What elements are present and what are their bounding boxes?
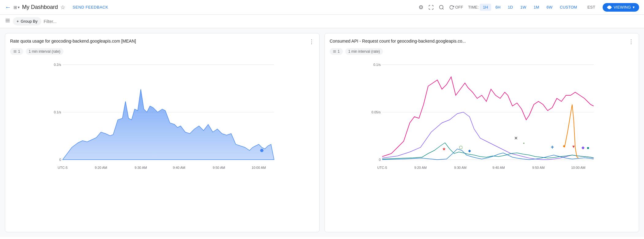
chart-card-2: Consumed API - Request count for geocodi… <box>324 33 639 232</box>
viewing-label: VIEWING <box>614 5 631 9</box>
chart-svg-1: 0.2/s 0.1/s 0 UTC-5 9:20 AM 9:30 AM <box>10 59 314 175</box>
header: ← ⊞ ▾ My Dashboard ☆ SEND FEEDBACK ⚙ OFF <box>0 0 644 15</box>
page-title: My Dashboard <box>22 4 58 10</box>
time-1w-button[interactable]: 1W <box>517 4 529 11</box>
time-1h-button[interactable]: 1H <box>480 4 491 11</box>
time-section: TIME: 1H 6H 1D 1W 1M 6W CUSTOM <box>468 4 580 11</box>
filter-count-2: 1 <box>338 49 340 54</box>
marker-hex: ⬡ <box>459 145 463 150</box>
marker-diamond-purple: ◆ <box>581 145 585 150</box>
chart-title-1: Rate quota usage for geocoding-backend.g… <box>10 38 136 44</box>
time-custom-button[interactable]: CUSTOM <box>557 4 580 11</box>
filter-badge-1[interactable]: 1 <box>10 48 23 55</box>
chart-area-2: 0.1/s 0.05/s 0 ★ ⬡ ◆ <box>330 59 634 175</box>
marker-square-orange: ■ <box>563 144 565 148</box>
more-menu-icon-2[interactable]: ⋮ <box>628 38 634 45</box>
marker-plus: + <box>551 144 554 150</box>
x-label-c1: 9:20 AM <box>414 166 426 169</box>
settings-icon[interactable]: ⚙ <box>419 4 423 11</box>
chart-header-1: Rate quota usage for geocoding-backend.g… <box>10 38 314 45</box>
timezone-button[interactable]: EST <box>585 4 597 11</box>
y-label-min-1: 0 <box>59 158 61 161</box>
refresh-label: OFF <box>455 5 463 9</box>
viewing-dropdown-icon: ▾ <box>633 5 635 9</box>
grid-icon: ⊞ <box>13 5 17 10</box>
time-1m-button[interactable]: 1M <box>531 4 542 11</box>
svg-point-1 <box>609 7 610 8</box>
marker-square: ▪ <box>523 141 525 145</box>
x-label-3: 9:40 AM <box>173 166 185 169</box>
back-button[interactable]: ← <box>5 4 11 11</box>
y-label-mid-2: 0.05/s <box>372 110 381 114</box>
interval-badge-1: 1 min interval (rate) <box>26 48 63 55</box>
send-feedback-button[interactable]: SEND FEEDBACK <box>73 5 108 9</box>
main-content: Rate quota usage for geocoding-backend.g… <box>0 28 644 237</box>
svg-point-0 <box>439 5 443 9</box>
group-by-button[interactable]: + Group By <box>13 17 41 25</box>
interval-label-2: 1 min interval (rate) <box>348 49 380 54</box>
fullscreen-icon[interactable] <box>428 5 434 10</box>
x-label-1: 9:20 AM <box>95 166 107 169</box>
x-label-c4: 9:50 AM <box>532 166 544 169</box>
filter-badge-2[interactable]: 1 <box>330 48 343 55</box>
x-label-2: 9:30 AM <box>134 166 147 169</box>
x-label-5: 10:00 AM <box>252 166 266 169</box>
svg-point-11 <box>260 149 263 152</box>
x-label-c2: 9:30 AM <box>454 166 466 169</box>
time-1d-button[interactable]: 1D <box>505 4 516 11</box>
y-label-min-2: 0 <box>379 158 381 161</box>
x-label-c0: UTC-5 <box>377 166 387 169</box>
interval-label-1: 1 min interval (rate) <box>29 49 60 54</box>
marker-triangle: ▼ <box>572 144 576 149</box>
dropdown-icon: ▾ <box>18 5 20 9</box>
chart-card-1: Rate quota usage for geocoding-backend.g… <box>5 33 320 232</box>
auto-refresh-button[interactable]: OFF <box>449 5 463 10</box>
chart-svg-2: 0.1/s 0.05/s 0 ★ ⬡ ◆ <box>330 59 634 175</box>
marker-diamond: ◆ <box>468 149 471 153</box>
filter-icon[interactable] <box>5 18 10 25</box>
chart-meta-1: 1 1 min interval (rate) <box>10 48 314 55</box>
x-label-c3: 9:40 AM <box>492 166 505 169</box>
viewing-button[interactable]: VIEWING ▾ <box>603 3 639 12</box>
search-icon[interactable] <box>439 5 444 10</box>
group-by-label: Group By <box>21 19 38 24</box>
y-label-max-2: 0.1/s <box>373 63 381 66</box>
x-label-4: 9:50 AM <box>213 166 225 169</box>
plus-icon: + <box>17 19 19 24</box>
y-label-max-1: 0.2/s <box>54 63 61 66</box>
dashboard-icon[interactable]: ⊞ ▾ <box>13 5 20 10</box>
x-label-c5: 10:00 AM <box>571 166 585 169</box>
marker-square-teal: ■ <box>587 146 589 150</box>
x-label-0: UTC-5 <box>58 166 67 169</box>
toolbar: + Group By <box>0 15 644 28</box>
time-6h-button[interactable]: 6H <box>492 4 504 11</box>
more-menu-icon-1[interactable]: ⋮ <box>309 38 314 45</box>
time-6w-button[interactable]: 6W <box>544 4 556 11</box>
chart-header-2: Consumed API - Request count for geocodi… <box>330 38 634 45</box>
chart-area-1: 0.2/s 0.1/s 0 UTC-5 9:20 AM 9:30 AM <box>10 59 314 175</box>
time-label: TIME: <box>468 5 479 9</box>
filter-input[interactable] <box>44 19 639 24</box>
chart-title-2: Consumed API - Request count for geocodi… <box>330 38 466 44</box>
marker-x: ✕ <box>514 136 518 141</box>
header-icons: ⚙ OFF TIME: 1H 6H 1D 1W 1M 6W CUSTOM <box>419 3 639 12</box>
filter-count-1: 1 <box>18 49 20 54</box>
header-left: ← ⊞ ▾ My Dashboard ☆ SEND FEEDBACK <box>5 4 416 11</box>
y-label-mid-1: 0.1/s <box>54 110 61 114</box>
chart-meta-2: 1 1 min interval (rate) <box>330 48 634 55</box>
interval-badge-2: 1 min interval (rate) <box>345 48 383 55</box>
star-icon[interactable]: ☆ <box>60 4 65 11</box>
marker-star: ★ <box>442 146 446 151</box>
